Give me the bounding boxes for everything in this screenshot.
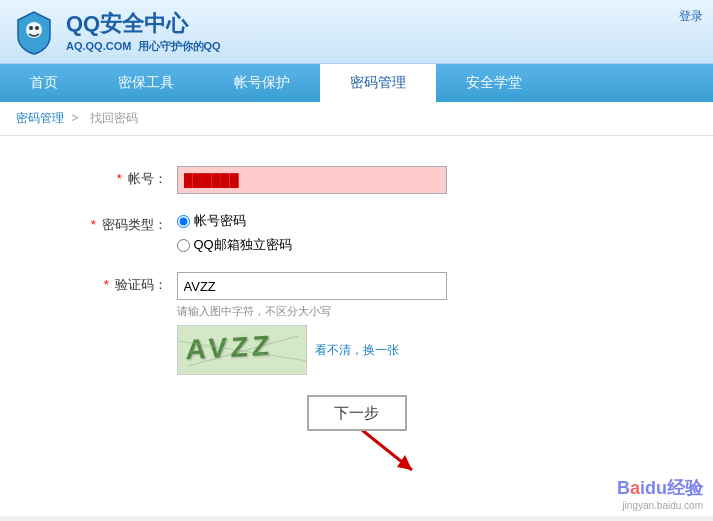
header-text: QQ安全中心 AQ.QQ.COM 用心守护你的QQ — [66, 9, 221, 54]
svg-marker-7 — [397, 455, 412, 470]
logo-area: QQ安全中心 AQ.QQ.COM 用心守护你的QQ — [10, 8, 221, 56]
captcha-label: * 验证码： — [67, 272, 177, 294]
nav-item-security-academy[interactable]: 安全学堂 — [436, 64, 552, 102]
radio-email-password-input[interactable] — [177, 239, 190, 252]
next-button[interactable]: 下一步 — [307, 395, 407, 431]
arrow-container: 下一步 — [307, 395, 407, 431]
nav-item-password-management[interactable]: 密码管理 — [320, 64, 436, 102]
form-container: * 帐号： * 密码类型： 帐号密码 QQ邮箱独立密码 — [67, 166, 647, 431]
button-area: 下一步 — [67, 395, 647, 431]
account-required-mark: * — [117, 171, 122, 186]
captcha-image-area: AVZZ 看不清，换一张 — [177, 325, 447, 375]
main-content: * 帐号： * 密码类型： 帐号密码 QQ邮箱独立密码 — [0, 136, 713, 516]
captcha-section: 请输入图中字符，不区分大小写 AVZZ 看不清，换一张 — [177, 272, 447, 375]
radio-account-password-label: 帐号密码 — [194, 212, 246, 230]
account-label: * 帐号： — [67, 166, 177, 188]
breadcrumb: 密码管理 > 找回密码 — [0, 102, 713, 136]
captcha-image[interactable]: AVZZ — [177, 325, 307, 375]
captcha-noise — [178, 326, 307, 375]
qq-shield-logo — [10, 8, 58, 56]
password-type-options: 帐号密码 QQ邮箱独立密码 — [177, 212, 292, 254]
captcha-refresh-link[interactable]: 看不清，换一张 — [315, 342, 399, 359]
password-type-required-mark: * — [91, 217, 96, 232]
slogan-text: 用心守护你的QQ — [138, 40, 221, 52]
password-type-label: * 密码类型： — [67, 212, 177, 234]
svg-line-4 — [188, 336, 298, 366]
baidu-logo: Baidu经验 — [617, 476, 703, 500]
nav-item-security-tools[interactable]: 密保工具 — [88, 64, 204, 102]
account-row: * 帐号： — [67, 166, 647, 194]
radio-email-password[interactable]: QQ邮箱独立密码 — [177, 236, 292, 254]
main-nav: 首页 密保工具 帐号保护 密码管理 安全学堂 — [0, 64, 713, 102]
radio-email-password-label: QQ邮箱独立密码 — [194, 236, 292, 254]
account-input[interactable] — [177, 166, 447, 194]
login-link[interactable]: 登录 — [679, 8, 703, 25]
svg-point-2 — [35, 26, 39, 30]
radio-account-password-input[interactable] — [177, 215, 190, 228]
captcha-hint: 请输入图中字符，不区分大小写 — [177, 304, 447, 319]
svg-point-1 — [29, 26, 33, 30]
header: QQ安全中心 AQ.QQ.COM 用心守护你的QQ 登录 — [0, 0, 713, 64]
domain-text: AQ.QQ.COM — [66, 40, 131, 52]
watermark: Baidu经验 jingyan.baidu.com — [617, 476, 703, 511]
breadcrumb-separator: > — [71, 111, 81, 125]
site-title: QQ安全中心 — [66, 9, 221, 39]
password-type-row: * 密码类型： 帐号密码 QQ邮箱独立密码 — [67, 212, 647, 254]
site-subtitle: AQ.QQ.COM 用心守护你的QQ — [66, 39, 221, 54]
nav-item-account-protection[interactable]: 帐号保护 — [204, 64, 320, 102]
captcha-row: * 验证码： 请输入图中字符，不区分大小写 AVZZ — [67, 272, 647, 375]
red-arrow-icon — [357, 425, 437, 485]
captcha-input[interactable] — [177, 272, 447, 300]
captcha-required-mark: * — [104, 277, 109, 292]
jingyan-url: jingyan.baidu.com — [622, 500, 703, 511]
radio-account-password[interactable]: 帐号密码 — [177, 212, 292, 230]
svg-line-5 — [178, 331, 258, 356]
nav-item-home[interactable]: 首页 — [0, 64, 88, 102]
breadcrumb-current: 找回密码 — [90, 111, 138, 125]
breadcrumb-password-management[interactable]: 密码管理 — [16, 111, 64, 125]
